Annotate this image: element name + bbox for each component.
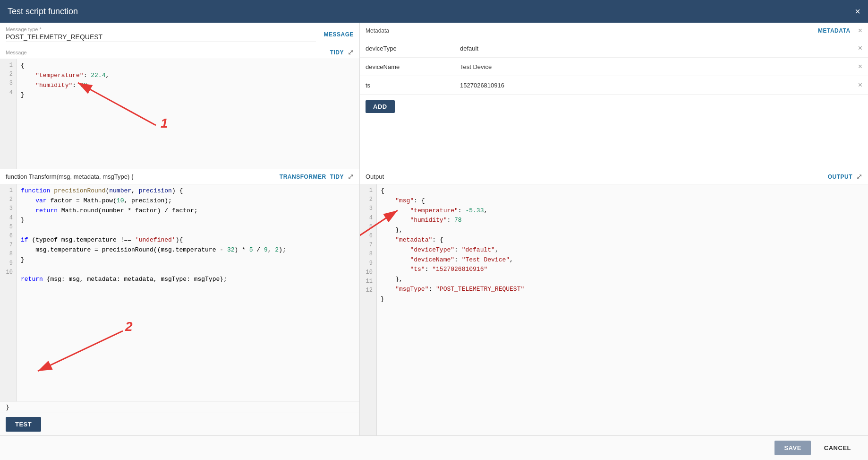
transformer-line-numbers: 12345678910 [0,184,17,401]
message-left-panel: Message type * POST_TELEMETRY_REQUEST ME… [0,23,360,169]
message-panel-header: Message TIDY ⤢ [0,44,359,59]
dialog-container: Test script function × Message type * PO… [0,0,868,460]
output-code-area: 123456789101112 { "msg": { "temperature"… [360,184,868,435]
message-code-content[interactable]: { "temperature": 22.4, "humidity": 78 } [17,59,359,169]
dialog-footer: SAVE CANCEL [0,435,868,460]
transformer-actions: TRANSFORMER TIDY ⤢ [280,172,354,181]
message-tidy-button[interactable]: TIDY [330,49,344,56]
transformer-title: function Transform(msg, metadata, msgTyp… [6,173,133,180]
dialog-header: Test script function × [0,0,868,23]
message-type-label: Message type * [6,26,316,32]
dialog-title: Test script function [8,7,78,17]
output-code-content: { "msg": { "temperature": -5.33, "humidi… [377,184,868,435]
output-label: Output [366,173,384,180]
test-button[interactable]: TEST [6,417,41,432]
metadata-header: Metadata METADATA × [360,23,868,39]
message-type-field: Message type * POST_TELEMETRY_REQUEST [6,26,316,42]
output-expand-button[interactable]: ⤢ [856,172,862,181]
message-action-button[interactable]: MESSAGE [323,31,354,38]
message-type-row: Message type * POST_TELEMETRY_REQUEST ME… [0,23,359,44]
transformer-code-area: 12345678910 function precisionRound(numb… [0,184,359,401]
add-metadata-button[interactable]: ADD [366,100,395,113]
metadata-key-devicetype: deviceType [366,45,460,52]
transformer-closing: } [0,401,359,413]
transformer-header-row: function Transform(msg, metadata, msgTyp… [0,169,359,184]
transformer-editor[interactable]: 12345678910 function precisionRound(numb… [0,184,359,401]
message-line-numbers: 1234 [0,59,17,169]
metadata-right-panel: Metadata METADATA × deviceType default ×… [360,23,868,169]
metadata-action-button[interactable]: METADATA [818,27,851,34]
metadata-delete-ts[interactable]: × [858,81,862,89]
message-editor[interactable]: 1234 { "temperature": 22.4, "humidity": … [0,59,359,169]
close-button[interactable]: × [855,7,860,16]
metadata-row-devicetype: deviceType default × [360,39,868,58]
metadata-value-devicename[interactable]: Test Device [460,63,854,70]
transformer-tidy-button[interactable]: TIDY [330,174,344,180]
message-expand-button[interactable]: ⤢ [348,48,354,57]
output-editor[interactable]: 123456789101112 { "msg": { "temperature"… [360,184,868,435]
message-code-area: 1234 { "temperature": 22.4, "humidity": … [0,59,359,169]
metadata-row-ts: ts 1527026810916 × [360,76,868,95]
metadata-value-devicetype[interactable]: default [460,45,854,52]
metadata-delete-devicetype[interactable]: × [858,44,862,52]
metadata-key-devicename: deviceName [366,63,460,70]
transformer-panel: function Transform(msg, metadata, msgTyp… [0,169,360,435]
cancel-button[interactable]: CANCEL [815,441,860,455]
metadata-row-devicename: deviceName Test Device × [360,58,868,76]
metadata-label: Metadata [366,27,389,34]
output-panel: Output OUTPUT ⤢ 123456789101112 { "msg":… [360,169,868,435]
message-type-value[interactable]: POST_TELEMETRY_REQUEST [6,32,316,42]
transformer-expand-button[interactable]: ⤢ [348,172,354,181]
metadata-panel-close[interactable]: × [858,26,862,35]
bottom-section: function Transform(msg, metadata, msgTyp… [0,169,868,435]
metadata-delete-devicename[interactable]: × [858,62,862,71]
output-action-button[interactable]: OUTPUT [828,174,852,180]
message-label: Message [6,50,27,55]
transformer-label-button[interactable]: TRANSFORMER [280,174,326,180]
output-line-numbers: 123456789101112 [360,184,377,435]
message-panel-actions: TIDY ⤢ [330,48,354,57]
dialog-body: Message type * POST_TELEMETRY_REQUEST ME… [0,23,868,435]
metadata-value-ts[interactable]: 1527026810916 [460,82,854,89]
metadata-key-ts: ts [366,82,460,89]
save-button[interactable]: SAVE [774,441,810,455]
output-header: Output OUTPUT ⤢ [360,169,868,184]
transformer-code-content[interactable]: function precisionRound(number, precisio… [17,184,359,401]
test-button-row: TEST [0,413,359,435]
top-section: Message type * POST_TELEMETRY_REQUEST ME… [0,23,868,169]
